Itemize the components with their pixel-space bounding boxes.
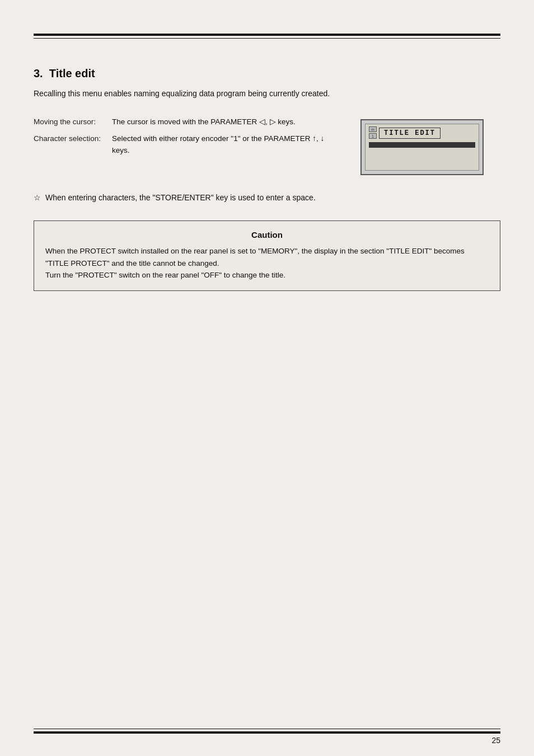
main-content: 3. Title edit Recalling this menu enable… (34, 45, 500, 291)
section-title: 3. Title edit (34, 67, 500, 80)
lcd-display-outer: m 1 TITLE EDIT (360, 119, 484, 175)
top-border-thick (34, 34, 500, 36)
lcd-icon-bottom: 1 (369, 133, 377, 139)
lcd-bottom-bar (369, 142, 475, 148)
info-text-cursor: The cursor is moved with the PARAMETER ◁… (112, 116, 332, 128)
lcd-top-row: m 1 TITLE EDIT (369, 126, 475, 140)
lcd-display-inner: m 1 TITLE EDIT (365, 124, 479, 171)
star-note-text: When entering characters, the "STORE/ENT… (45, 192, 316, 204)
section-intro: Recalling this menu enables naming equal… (34, 88, 500, 100)
top-border-thin (34, 38, 500, 39)
star-note: ☆ When entering characters, the "STORE/E… (34, 192, 500, 204)
caution-title: Caution (45, 230, 489, 240)
bottom-border-thin (34, 729, 500, 729)
info-screen-row: Moving the cursor: The cursor is moved w… (34, 116, 500, 175)
info-row-char: Character selection: Selected with eithe… (34, 133, 332, 156)
info-column: Moving the cursor: The cursor is moved w… (34, 116, 344, 162)
info-text-char: Selected with either rotary encoder "1" … (112, 133, 332, 156)
screen-column: m 1 TITLE EDIT (344, 116, 500, 175)
bottom-border-thick (34, 731, 500, 734)
star-symbol: ☆ (34, 192, 41, 204)
info-label-char: Character selection: (34, 133, 112, 156)
info-label-cursor: Moving the cursor: (34, 116, 112, 128)
lcd-icon-area: m 1 (369, 126, 377, 140)
page-container: 3. Title edit Recalling this menu enable… (0, 0, 534, 756)
info-row-cursor: Moving the cursor: The cursor is moved w… (34, 116, 332, 128)
page-number: 25 (491, 736, 500, 745)
lcd-icon-top: m (369, 126, 377, 132)
caution-text: When the PROTECT switch installed on the… (45, 245, 489, 281)
lcd-title-text: TITLE EDIT (379, 128, 441, 139)
caution-box: Caution When the PROTECT switch installe… (34, 220, 500, 291)
